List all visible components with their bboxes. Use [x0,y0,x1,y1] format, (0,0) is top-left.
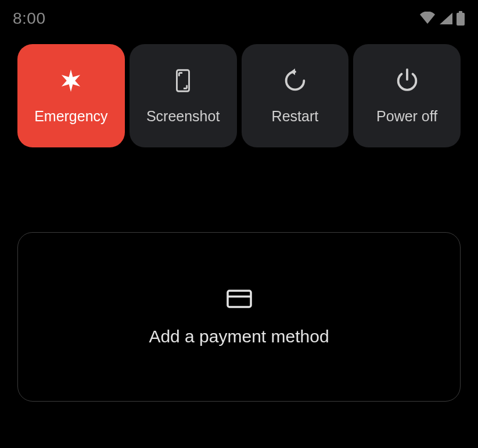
cell-signal-icon [439,12,454,26]
power-off-label: Power off [376,108,437,125]
cards-area: Add a payment method [0,147,478,402]
status-icons [419,11,465,26]
status-time: 8:00 [13,9,46,28]
battery-icon [456,11,465,26]
power-icon [394,67,421,94]
restart-label: Restart [272,108,319,125]
restart-button[interactable]: Restart [242,44,349,147]
screenshot-icon [170,67,196,94]
emergency-icon [57,67,84,94]
add-payment-label: Add a payment method [149,327,329,346]
power-off-button[interactable]: Power off [353,44,461,147]
emergency-label: Emergency [34,108,107,125]
emergency-button[interactable]: Emergency [17,44,125,147]
svg-rect-0 [457,13,465,26]
screenshot-button[interactable]: Screenshot [130,44,237,147]
restart-icon [282,67,308,94]
credit-card-icon [225,287,253,310]
add-payment-card[interactable]: Add a payment method [17,232,461,402]
status-bar: 8:00 [0,0,478,29]
screenshot-label: Screenshot [146,108,220,125]
svg-rect-1 [459,11,462,13]
svg-rect-8 [228,291,251,307]
power-menu: Emergency Screenshot Restart [0,29,478,147]
wifi-icon [419,12,436,26]
